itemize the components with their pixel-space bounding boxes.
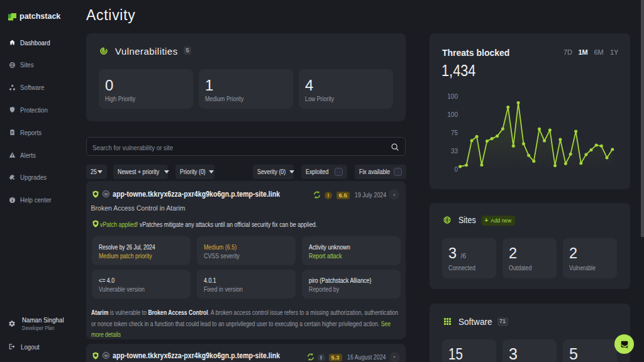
svg-text:100: 100: [447, 111, 458, 118]
svg-text:33: 33: [451, 148, 458, 155]
svg-text:75: 75: [451, 129, 458, 136]
svg-text:W: W: [104, 354, 108, 358]
svg-text:W: W: [104, 192, 108, 196]
svg-text:0: 0: [454, 166, 458, 173]
svg-text:100: 100: [447, 93, 458, 100]
